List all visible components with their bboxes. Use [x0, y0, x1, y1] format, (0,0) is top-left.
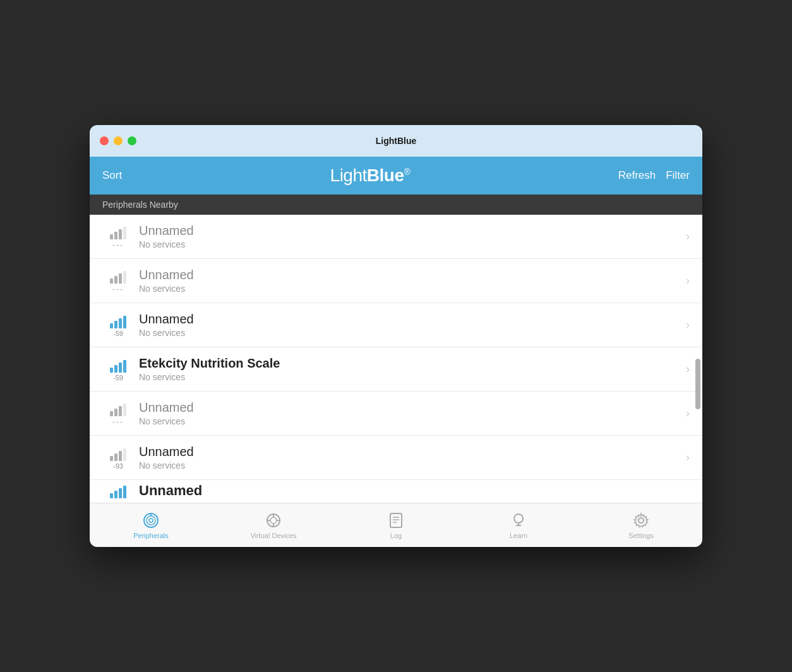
bar3	[119, 273, 122, 284]
device-name: Unnamed	[139, 224, 680, 238]
bar3	[119, 229, 122, 239]
tab-log-label: Log	[390, 532, 402, 539]
svg-point-2	[149, 519, 153, 522]
rssi-value: ---	[112, 241, 124, 249]
bar1	[110, 279, 113, 284]
bar1	[110, 411, 113, 416]
table-row[interactable]: --- Unnamed No services ›	[90, 392, 702, 436]
signal-icon	[110, 401, 126, 416]
bar4	[123, 360, 126, 373]
chevron-right-icon: ›	[686, 451, 690, 464]
signal-icon	[110, 313, 126, 328]
app-logo: LightBlue®	[330, 165, 411, 186]
signal-container: ---	[102, 268, 134, 294]
bar2	[114, 491, 117, 498]
signal-container	[102, 483, 134, 500]
titlebar: LightBlue	[90, 125, 702, 157]
tab-settings-label: Settings	[628, 532, 654, 539]
device-name: Unnamed	[139, 445, 680, 459]
table-row[interactable]: --- Unnamed No services ›	[90, 215, 702, 259]
device-info: Etekcity Nutrition Scale No services	[134, 356, 680, 382]
tab-log[interactable]: Log	[335, 512, 457, 539]
peripherals-list[interactable]: --- Unnamed No services › --- Unnamed	[90, 215, 702, 503]
table-row[interactable]: Unnamed	[90, 480, 702, 503]
bar1	[110, 493, 113, 498]
device-info: Unnamed No services	[134, 312, 680, 338]
peripherals-icon	[142, 512, 160, 529]
chevron-right-icon: ›	[686, 230, 690, 243]
minimize-button[interactable]	[114, 136, 123, 145]
tab-bar: Peripherals Virtual Devices Log	[90, 503, 702, 547]
bar4	[123, 316, 126, 328]
close-button[interactable]	[100, 136, 109, 145]
table-row[interactable]: -59 Unnamed No services ›	[90, 303, 702, 347]
tab-settings[interactable]: Settings	[580, 512, 702, 539]
refresh-button[interactable]: Refresh	[618, 169, 656, 182]
svg-rect-10	[390, 513, 402, 527]
bar4	[123, 486, 126, 498]
device-info: Unnamed No services	[134, 445, 680, 471]
chevron-right-icon: ›	[686, 318, 690, 332]
tab-virtual-devices[interactable]: Virtual Devices	[212, 512, 335, 539]
device-info: Unnamed	[134, 483, 690, 500]
rssi-value: ---	[112, 417, 124, 426]
svg-point-14	[514, 514, 523, 523]
tab-virtual-devices-label: Virtual Devices	[250, 532, 296, 539]
signal-container: ---	[102, 401, 134, 426]
device-name: Unnamed	[139, 400, 680, 415]
bar3	[119, 318, 122, 328]
virtual-devices-icon	[265, 512, 282, 529]
app-window: LightBlue Sort LightBlue® Refresh Filter…	[90, 125, 702, 547]
bar1	[110, 323, 113, 328]
bar1	[110, 368, 113, 373]
tab-peripherals-label: Peripherals	[133, 532, 169, 539]
device-name: Unnamed	[139, 483, 690, 499]
log-icon	[387, 512, 405, 529]
rssi-value: -59	[113, 330, 123, 337]
table-row[interactable]: -93 Unnamed No services ›	[90, 436, 702, 480]
section-header: Peripherals Nearby	[90, 195, 702, 215]
device-name: Etekcity Nutrition Scale	[139, 356, 680, 371]
rssi-value: ---	[112, 285, 124, 294]
table-row[interactable]: --- Unnamed No services ›	[90, 259, 702, 303]
logo-light-text: Light	[330, 165, 367, 185]
signal-icon	[110, 483, 126, 498]
scrollbar-thumb[interactable]	[695, 359, 700, 409]
scrollbar-track[interactable]	[695, 227, 700, 490]
device-services: No services	[139, 239, 680, 249]
chevron-right-icon: ›	[686, 363, 690, 376]
bar2	[114, 453, 117, 461]
bar2	[114, 409, 117, 416]
device-info: Unnamed No services	[134, 224, 680, 249]
device-services: No services	[139, 372, 680, 382]
bar4	[123, 404, 126, 416]
signal-icon	[110, 446, 126, 461]
signal-container: -59	[102, 357, 134, 381]
tab-peripherals[interactable]: Peripherals	[90, 512, 212, 539]
tab-learn-label: Learn	[510, 532, 527, 539]
signal-container: -93	[102, 446, 134, 470]
toolbar-actions: Refresh Filter	[618, 169, 690, 182]
maximize-button[interactable]	[128, 136, 136, 145]
filter-button[interactable]: Filter	[666, 169, 690, 182]
signal-icon	[110, 268, 126, 284]
device-services: No services	[139, 284, 680, 294]
signal-container: ---	[102, 224, 134, 249]
tab-learn[interactable]: Learn	[457, 512, 580, 539]
rssi-value: -93	[113, 462, 123, 470]
sort-button[interactable]: Sort	[102, 169, 122, 182]
svg-point-17	[639, 518, 644, 523]
bar3	[119, 406, 122, 416]
chevron-right-icon: ›	[686, 274, 690, 287]
toolbar: Sort LightBlue® Refresh Filter	[90, 157, 702, 195]
bar4	[123, 271, 126, 284]
signal-icon	[110, 224, 126, 239]
table-row[interactable]: -59 Etekcity Nutrition Scale No services…	[90, 347, 702, 392]
signal-container: -59	[102, 313, 134, 337]
signal-icon	[110, 357, 126, 373]
bar1	[110, 456, 113, 461]
logo-trademark: ®	[404, 167, 410, 177]
section-header-label: Peripherals Nearby	[102, 200, 178, 210]
device-name: Unnamed	[139, 312, 680, 327]
window-title: LightBlue	[376, 136, 417, 146]
